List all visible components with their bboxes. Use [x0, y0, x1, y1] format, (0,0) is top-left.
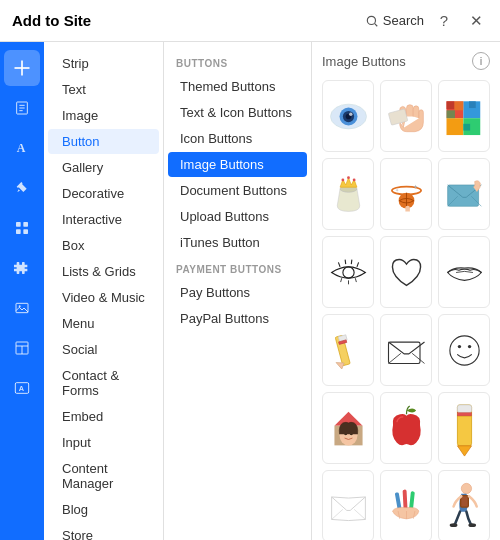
account-icon: A	[14, 380, 30, 396]
search-label: Search	[383, 13, 424, 28]
svg-point-61	[457, 344, 460, 347]
svg-point-39	[347, 176, 350, 179]
subcat-upload[interactable]: Upload Buttons	[168, 204, 307, 229]
page-strip-icon[interactable]	[4, 90, 40, 126]
svg-text:✦: ✦	[413, 183, 418, 189]
svg-rect-13	[16, 303, 28, 312]
svg-rect-35	[463, 123, 470, 130]
category-blog[interactable]: Blog	[48, 497, 159, 522]
page-icon	[14, 100, 30, 116]
grid-strip-icon[interactable]	[4, 210, 40, 246]
subcat-themed[interactable]: Themed Buttons	[168, 74, 307, 99]
category-content-manager[interactable]: Content Manager	[48, 456, 159, 496]
category-contact[interactable]: Contact & Forms	[48, 363, 159, 403]
badge-strip-icon[interactable]: A	[4, 370, 40, 406]
category-panel: Strip Text Image Button Gallery Decorati…	[44, 42, 164, 540]
svg-point-24	[349, 112, 352, 115]
puzzle-strip-icon[interactable]	[4, 250, 40, 286]
svg-marker-69	[457, 445, 471, 455]
image-button-cup[interactable]	[322, 158, 374, 230]
svg-rect-72	[457, 412, 471, 415]
image-button-heart[interactable]	[380, 236, 432, 308]
image-button-fingers[interactable]	[380, 470, 432, 540]
main-layout: A	[0, 42, 500, 540]
close-button[interactable]: ✕	[464, 9, 488, 33]
subcat-icon[interactable]: Icon Buttons	[168, 126, 307, 151]
svg-rect-31	[446, 101, 454, 109]
search-icon	[365, 14, 379, 28]
category-box[interactable]: Box	[48, 233, 159, 258]
svg-line-1	[375, 23, 378, 26]
category-menu[interactable]: Menu	[48, 311, 159, 336]
category-embed[interactable]: Embed	[48, 404, 159, 429]
content-title: Image Buttons	[322, 54, 406, 69]
search-button[interactable]: Search	[365, 13, 424, 28]
category-text[interactable]: Text	[48, 77, 159, 102]
paint-strip-icon[interactable]	[4, 170, 40, 206]
add-strip-icon[interactable]	[4, 50, 40, 86]
image-button-walker[interactable]	[438, 470, 490, 540]
subcat-text-icon[interactable]: Text & Icon Buttons	[168, 100, 307, 125]
category-gallery[interactable]: Gallery	[48, 155, 159, 180]
svg-line-52	[340, 278, 341, 282]
layout-strip-icon[interactable]	[4, 330, 40, 366]
header: Add to Site Search ? ✕	[0, 0, 500, 42]
category-social[interactable]: Social	[48, 337, 159, 362]
category-lists[interactable]: Lists & Grids	[48, 259, 159, 284]
image-button-basketball[interactable]: ✦ ✦	[380, 158, 432, 230]
text-strip-icon[interactable]: A	[4, 130, 40, 166]
image-button-face[interactable]	[322, 392, 374, 464]
category-store[interactable]: Store	[48, 523, 159, 540]
category-video[interactable]: Video & Music	[48, 285, 159, 310]
header-actions: Search ? ✕	[365, 9, 488, 33]
category-image[interactable]: Image	[48, 103, 159, 128]
category-interactive[interactable]: Interactive	[48, 207, 159, 232]
category-decorative[interactable]: Decorative	[48, 181, 159, 206]
help-button[interactable]: ?	[432, 9, 456, 33]
paintbrush-icon	[14, 180, 30, 196]
image-button-envelope[interactable]	[438, 158, 490, 230]
image-button-hand[interactable]	[380, 80, 432, 152]
svg-line-51	[356, 262, 358, 267]
svg-text:✦: ✦	[395, 187, 399, 192]
svg-rect-32	[454, 101, 463, 110]
svg-rect-46	[447, 184, 478, 205]
image-button-lips[interactable]	[438, 236, 490, 308]
subcat-paypal[interactable]: PayPal Buttons	[168, 306, 307, 331]
subcat-document[interactable]: Document Buttons	[168, 178, 307, 203]
category-button[interactable]: Button	[48, 129, 159, 154]
image-button-apple[interactable]	[380, 392, 432, 464]
image-button-eye[interactable]	[322, 80, 374, 152]
subcat-image[interactable]: Image Buttons	[168, 152, 307, 177]
image-strip-icon[interactable]	[4, 290, 40, 326]
subcat-pay[interactable]: Pay Buttons	[168, 280, 307, 305]
image-button-mail[interactable]	[380, 314, 432, 386]
info-button[interactable]: i	[472, 52, 490, 70]
category-strip[interactable]: Strip	[48, 51, 159, 76]
image-button-cube[interactable]	[438, 80, 490, 152]
svg-rect-11	[16, 229, 21, 234]
image-button-crayon[interactable]	[438, 392, 490, 464]
puzzle-icon	[14, 260, 30, 276]
svg-rect-9	[16, 222, 21, 227]
image-button-smiley[interactable]	[438, 314, 490, 386]
layout-icon	[14, 340, 30, 356]
svg-rect-3	[15, 67, 30, 69]
svg-point-40	[352, 178, 355, 181]
subcat-itunes[interactable]: iTunes Button	[168, 230, 307, 255]
image-button-pencil[interactable]	[322, 314, 374, 386]
image-button-eye-abstract[interactable]	[322, 236, 374, 308]
image-button-letter[interactable]	[322, 470, 374, 540]
svg-line-49	[345, 259, 346, 264]
svg-text:A: A	[17, 141, 26, 155]
svg-point-0	[367, 16, 375, 24]
content-area: Image Buttons i	[312, 42, 500, 540]
category-input[interactable]: Input	[48, 430, 159, 455]
plus-icon	[12, 58, 32, 78]
tool-strip: A	[0, 42, 44, 540]
content-header: Image Buttons i	[322, 52, 490, 70]
svg-point-83	[468, 523, 476, 527]
svg-rect-81	[461, 496, 467, 506]
svg-rect-33	[446, 110, 454, 118]
svg-rect-29	[446, 118, 463, 135]
